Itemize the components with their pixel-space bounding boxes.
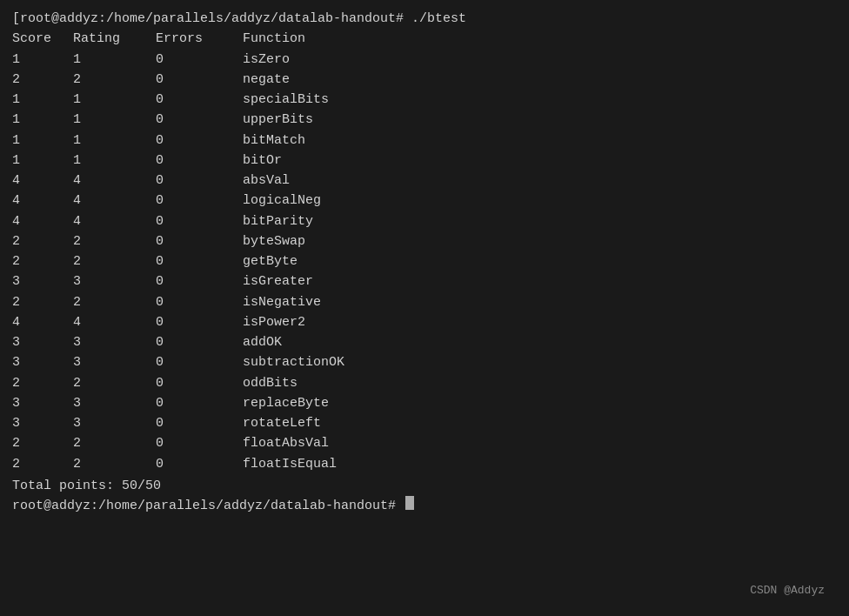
table-row: 330subtractionOK — [12, 352, 837, 372]
prompt-text: [root@addyz:/home/parallels/addyz/datala… — [12, 9, 466, 29]
cell-function: getByte — [243, 251, 297, 271]
cell-score: 3 — [12, 332, 73, 352]
table-row: 110isZero — [12, 50, 837, 70]
cell-errors: 0 — [156, 454, 243, 474]
table-row: 110bitMatch — [12, 131, 837, 151]
table-row: 220floatIsEqual — [12, 454, 837, 474]
cell-score: 1 — [12, 90, 73, 110]
header-rating: Rating — [73, 29, 156, 49]
cell-function: bitParity — [243, 211, 313, 231]
header-errors: Errors — [156, 29, 243, 49]
cell-score: 2 — [12, 231, 73, 251]
cell-function: upperBits — [243, 110, 313, 130]
cell-score: 2 — [12, 251, 73, 271]
table-row: 440logicalNeg — [12, 191, 837, 211]
final-prompt-line: root@addyz:/home/parallels/addyz/datalab… — [12, 496, 837, 516]
cell-rating: 2 — [73, 433, 156, 453]
cell-function: replaceByte — [243, 393, 329, 413]
total-line: Total points: 50/50 — [12, 476, 837, 496]
cell-errors: 0 — [156, 211, 243, 231]
cell-rating: 1 — [73, 151, 156, 171]
table-row: 330isGreater — [12, 271, 837, 291]
table-row: 220byteSwap — [12, 231, 837, 251]
table-row: 440isPower2 — [12, 312, 837, 332]
cell-errors: 0 — [156, 231, 243, 251]
cell-score: 2 — [12, 70, 73, 90]
cell-rating: 4 — [73, 191, 156, 211]
table-row: 110bitOr — [12, 151, 837, 171]
cell-score: 1 — [12, 131, 73, 151]
cell-rating: 1 — [73, 90, 156, 110]
cell-function: isPower2 — [243, 312, 305, 332]
table-row: 330replaceByte — [12, 393, 837, 413]
cell-rating: 3 — [73, 332, 156, 352]
cell-score: 4 — [12, 171, 73, 191]
cell-score: 1 — [12, 151, 73, 171]
cell-rating: 2 — [73, 373, 156, 393]
cell-errors: 0 — [156, 110, 243, 130]
cell-function: isNegative — [243, 292, 321, 312]
cell-rating: 4 — [73, 211, 156, 231]
cell-function: specialBits — [243, 90, 329, 110]
cursor — [405, 496, 414, 510]
cell-rating: 3 — [73, 271, 156, 291]
cell-errors: 0 — [156, 312, 243, 332]
cell-function: isGreater — [243, 271, 313, 291]
cell-rating: 2 — [73, 251, 156, 271]
cell-function: bitOr — [243, 151, 282, 171]
cell-function: isZero — [243, 50, 290, 70]
cell-errors: 0 — [156, 70, 243, 90]
table-body: 110isZero220negate110specialBits110upper… — [12, 50, 837, 474]
cell-rating: 1 — [73, 131, 156, 151]
cell-score: 3 — [12, 413, 73, 433]
cell-errors: 0 — [156, 151, 243, 171]
cell-function: logicalNeg — [243, 191, 321, 211]
table-header: Score Rating Errors Function — [12, 29, 837, 49]
cell-rating: 2 — [73, 231, 156, 251]
terminal: [root@addyz:/home/parallels/addyz/datala… — [12, 9, 837, 607]
cell-score: 2 — [12, 292, 73, 312]
table-row: 330addOK — [12, 332, 837, 352]
cell-rating: 4 — [73, 312, 156, 332]
table-row: 440absVal — [12, 171, 837, 191]
cell-rating: 2 — [73, 70, 156, 90]
cell-errors: 0 — [156, 251, 243, 271]
table-row: 110upperBits — [12, 110, 837, 130]
cell-function: bitMatch — [243, 131, 305, 151]
cell-score: 1 — [12, 50, 73, 70]
cell-function: floatAbsVal — [243, 433, 329, 453]
cell-function: subtractionOK — [243, 352, 344, 372]
command-line: [root@addyz:/home/parallels/addyz/datala… — [12, 9, 837, 29]
cell-function: negate — [243, 70, 290, 90]
cell-function: floatIsEqual — [243, 454, 337, 474]
cell-function: absVal — [243, 171, 290, 191]
cell-errors: 0 — [156, 373, 243, 393]
cell-score: 2 — [12, 373, 73, 393]
table-row: 330rotateLeft — [12, 413, 837, 433]
table-row: 220getByte — [12, 251, 837, 271]
cell-errors: 0 — [156, 292, 243, 312]
cell-score: 3 — [12, 271, 73, 291]
cell-score: 4 — [12, 211, 73, 231]
cell-score: 4 — [12, 312, 73, 332]
cell-score: 2 — [12, 454, 73, 474]
cell-errors: 0 — [156, 50, 243, 70]
cell-function: oddBits — [243, 373, 297, 393]
cell-rating: 4 — [73, 171, 156, 191]
cell-errors: 0 — [156, 433, 243, 453]
header-score: Score — [12, 29, 73, 49]
cell-rating: 2 — [73, 292, 156, 312]
final-prompt-text: root@addyz:/home/parallels/addyz/datalab… — [12, 496, 404, 516]
cell-rating: 3 — [73, 393, 156, 413]
cell-errors: 0 — [156, 271, 243, 291]
table-row: 220oddBits — [12, 373, 837, 393]
cell-score: 3 — [12, 393, 73, 413]
cell-rating: 3 — [73, 413, 156, 433]
cell-errors: 0 — [156, 393, 243, 413]
cell-rating: 2 — [73, 454, 156, 474]
table-row: 220negate — [12, 70, 837, 90]
cell-errors: 0 — [156, 171, 243, 191]
cell-score: 3 — [12, 352, 73, 372]
cell-errors: 0 — [156, 332, 243, 352]
header-function: Function — [243, 29, 305, 49]
